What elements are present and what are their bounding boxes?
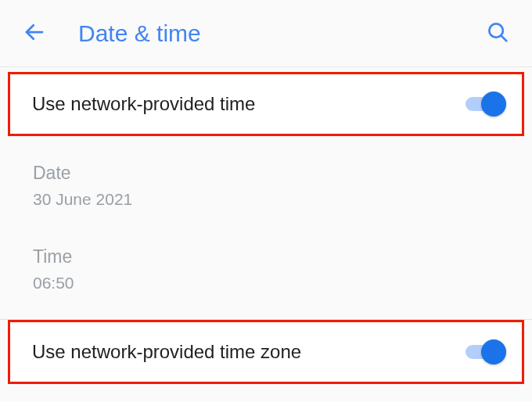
setting-network-timezone[interactable]: Use network-provided time zone: [8, 320, 524, 384]
page-title: Date & time: [78, 20, 479, 47]
setting-label: Use network-provided time zone: [32, 341, 301, 363]
setting-date: Date 30 June 2021: [33, 163, 532, 209]
setting-time: Time 06:50: [33, 246, 532, 293]
back-button[interactable]: [16, 15, 53, 52]
back-arrow-icon: [23, 20, 46, 47]
search-icon: [486, 20, 509, 47]
search-button[interactable]: [479, 15, 516, 52]
disabled-date-time-group: Date 30 June 2021 Time 06:50: [0, 136, 532, 319]
app-bar: Date & time: [0, 0, 532, 67]
time-label: Time: [33, 246, 532, 267]
time-value: 06:50: [33, 274, 532, 293]
toggle-thumb: [481, 92, 506, 117]
date-label: Date: [33, 163, 532, 184]
date-value: 30 June 2021: [33, 190, 532, 209]
setting-network-time[interactable]: Use network-provided time: [8, 72, 524, 136]
network-timezone-toggle[interactable]: [466, 340, 506, 364]
network-time-toggle[interactable]: [466, 92, 506, 116]
setting-label: Use network-provided time: [32, 93, 255, 115]
settings-content: Use network-provided time Date 30 June 2…: [0, 72, 532, 384]
toggle-thumb: [481, 339, 506, 364]
svg-line-2: [501, 35, 506, 41]
